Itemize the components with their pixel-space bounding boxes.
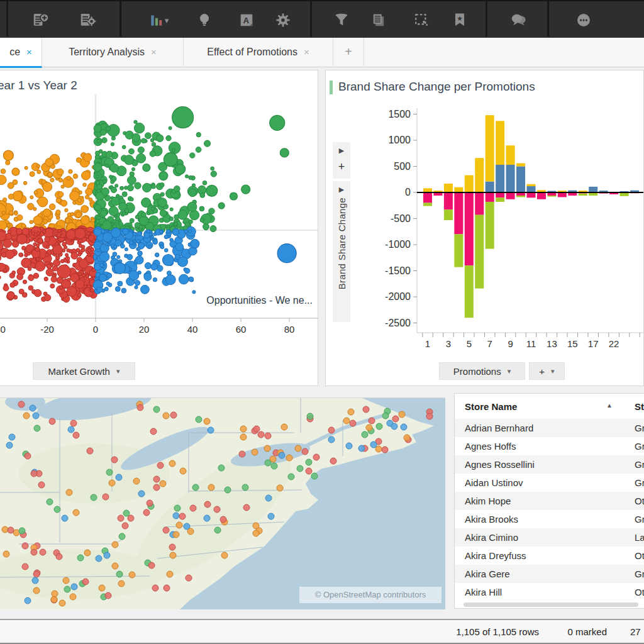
store-name-cell: Akira Brooks <box>465 514 518 525</box>
svg-text:-2000: -2000 <box>385 291 411 302</box>
chevron-down-icon: ▾ <box>508 367 511 375</box>
toolbar-separator <box>310 1 312 36</box>
toolbar-separator <box>119 1 121 36</box>
svg-text:1000: 1000 <box>388 135 411 145</box>
tab-territory-analysis[interactable]: Territory Analysis × <box>42 38 184 66</box>
store-type-cell: Gr <box>635 441 644 452</box>
store-type-cell: Gr <box>635 569 644 579</box>
table-row[interactable]: Akira CiminoLa <box>455 528 644 547</box>
svg-text:A: A <box>243 16 249 25</box>
table-rows: Adrian BernhardGrAgnes HoffsGrAgnes Ross… <box>455 419 644 601</box>
new-visualization-button[interactable]: ▾ <box>143 10 174 30</box>
collaboration-icon <box>509 11 528 30</box>
table-row[interactable]: Akira HillOt <box>455 583 644 601</box>
recommendations-button[interactable] <box>194 10 215 30</box>
details-on-demand-button[interactable] <box>368 10 389 30</box>
svg-text:0: 0 <box>93 324 98 335</box>
collaboration-button[interactable] <box>508 10 530 30</box>
settings-button[interactable] <box>272 10 294 30</box>
svg-text:-40: -40 <box>0 324 6 335</box>
more-options-icon <box>574 11 593 30</box>
filter-button[interactable] <box>331 10 352 30</box>
table-row[interactable]: Agnes HoffsGr <box>455 437 644 455</box>
page-tab-bar: ce × Territory Analysis × Effect of Prom… <box>0 38 644 67</box>
tab-effect-of-promotions[interactable]: Effect of Promotions × <box>184 38 333 66</box>
table-row[interactable]: Akira GereGr <box>455 565 644 583</box>
main-toolbar: ▾ A <box>0 0 644 40</box>
svg-text:22: 22 <box>609 338 619 349</box>
table-row[interactable]: Adrian BernhardGr <box>455 419 644 437</box>
store-name-cell: Akim Hope <box>465 496 511 506</box>
bar-chart-plot[interactable]: 150010005000-500-1000-1500-2000-25001357… <box>326 70 643 387</box>
bookmark-icon: ★ <box>451 11 469 29</box>
settings-gear-icon <box>274 11 292 29</box>
toolbar-separator <box>6 1 8 36</box>
tab-label: Territory Analysis <box>69 47 145 58</box>
store-name-cell: Akira Hill <box>465 587 502 597</box>
svg-text:15: 15 <box>567 338 578 349</box>
table-row[interactable]: Akira DreyfussOt <box>455 547 644 565</box>
svg-text:0: 0 <box>405 187 411 197</box>
tab-active-clipped[interactable]: ce × <box>0 38 42 68</box>
svg-text:13: 13 <box>547 338 557 349</box>
column-header-store-type[interactable]: St <box>635 401 644 412</box>
svg-text:80: 80 <box>284 324 295 335</box>
svg-text:-1500: -1500 <box>385 265 411 276</box>
svg-text:-1000: -1000 <box>385 239 411 250</box>
more-options-button[interactable] <box>573 10 594 30</box>
store-type-cell: Gr <box>635 459 644 470</box>
close-tab-icon[interactable]: × <box>151 47 157 57</box>
store-name-cell: Agnes Rossellini <box>465 459 535 470</box>
table-row[interactable]: Akira BrooksGr <box>455 510 644 528</box>
svg-text:1: 1 <box>425 338 430 349</box>
marquee-select-button[interactable] <box>411 10 432 30</box>
x-axis-selector-label: Market Growth <box>48 366 110 377</box>
recommendations-bulb-icon <box>196 11 213 29</box>
svg-text:20: 20 <box>139 324 150 335</box>
add-page-button[interactable]: + <box>333 38 364 66</box>
scatter-plot[interactable]: -40-20020406080 <box>0 70 318 387</box>
status-bar: 1,105 of 1,105 rows 0 marked 27 <box>0 619 644 644</box>
table-row[interactable]: Akim HopeOt <box>455 492 644 510</box>
table-row[interactable]: Agnes RosselliniGr <box>455 455 644 474</box>
store-name-cell: Akira Gere <box>465 569 510 579</box>
document-settings-icon <box>79 11 97 30</box>
svg-text:1500: 1500 <box>388 109 411 119</box>
svg-text:-2500: -2500 <box>385 318 411 328</box>
svg-text:9: 9 <box>508 338 513 349</box>
marked-count-status: 0 marked <box>567 626 607 637</box>
scatter-panel: ear 1 vs Year 2 -40-20020406080 Opportun… <box>0 70 318 386</box>
scatter-x-axis-selector[interactable]: Market Growth ▾ <box>33 362 135 380</box>
toolbar-separator <box>486 1 487 36</box>
column-count-status: 27 <box>630 626 641 637</box>
text-area-icon: A <box>238 11 255 29</box>
bar-add-axis-selector[interactable]: + ▾ <box>529 362 565 380</box>
chevron-down-icon: ▾ <box>551 367 555 375</box>
map-visualization[interactable]: © OpenStreetMap contributors <box>0 398 445 609</box>
table-row[interactable]: Aidan UstinovGr <box>455 474 644 492</box>
text-area-button[interactable]: A <box>236 10 257 30</box>
store-type-cell: Gr <box>635 514 644 525</box>
map-panel: © OpenStreetMap contributors <box>0 397 445 609</box>
store-type-cell: La <box>635 532 644 543</box>
tab-label: Effect of Promotions <box>207 47 297 58</box>
new-document-button[interactable] <box>30 10 52 30</box>
marquee-select-icon <box>413 11 430 29</box>
column-header-store-name[interactable]: Store Name <box>465 401 517 412</box>
sort-ascending-icon[interactable]: ▲ <box>606 402 613 409</box>
chevron-down-icon: ▾ <box>116 367 120 375</box>
details-table-icon <box>370 11 387 29</box>
document-settings-button[interactable] <box>77 10 99 30</box>
store-name-cell: Agnes Hoffs <box>465 441 516 452</box>
svg-text:500: 500 <box>394 161 411 172</box>
bookmarks-button[interactable]: ★ <box>449 10 470 30</box>
store-type-cell: Ot <box>635 550 644 561</box>
bar-x-axis-selector[interactable]: Promotions ▾ <box>439 362 525 380</box>
chevron-down-icon: ▾ <box>165 16 169 25</box>
filter-funnel-icon <box>333 11 350 29</box>
close-tab-icon[interactable]: × <box>304 47 309 57</box>
close-tab-icon[interactable]: × <box>26 47 32 57</box>
scatter-annotation: Opportunities - We ne... <box>206 295 313 306</box>
horizontal-scrollbar[interactable] <box>464 602 638 607</box>
svg-text:60: 60 <box>236 324 247 335</box>
